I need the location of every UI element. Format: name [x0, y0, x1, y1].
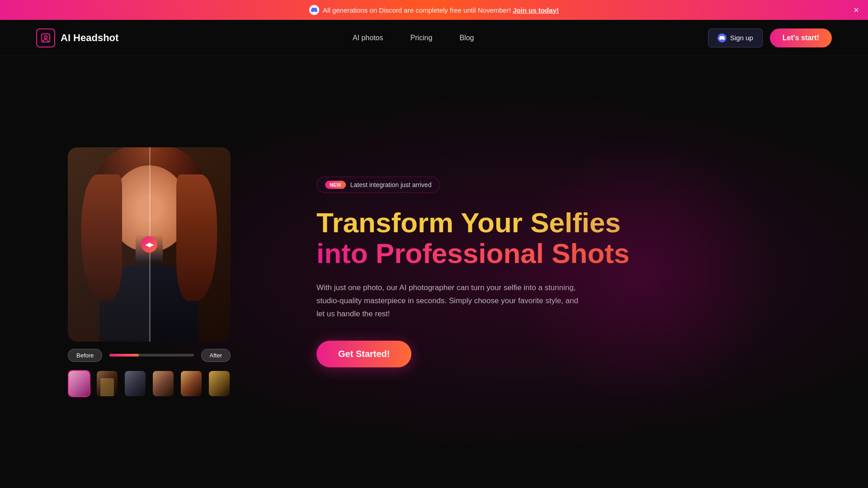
discord-signup-icon	[717, 33, 726, 42]
signup-button[interactable]: Sign up	[708, 28, 763, 47]
slider-track[interactable]	[109, 354, 193, 357]
hero-title-line2: into Professional Shots	[316, 238, 629, 269]
hero-section: NEW Latest integration just arrived Tran…	[280, 56, 868, 488]
nav-links: AI photos Pricing Blog	[353, 34, 474, 42]
image-section: ◀▶ Before After	[0, 56, 280, 488]
logo[interactable]: AI Headshot	[36, 28, 118, 47]
thumbnail-5[interactable]	[180, 370, 203, 397]
new-pill: NEW	[325, 181, 346, 189]
slider-handle[interactable]: ◀▶	[141, 236, 157, 253]
logo-text: AI Headshot	[61, 32, 118, 44]
hero-image-container: ◀▶	[68, 147, 231, 342]
after-button[interactable]: After	[201, 349, 231, 362]
join-link[interactable]: Join us today!	[513, 6, 559, 14]
before-button[interactable]: Before	[68, 349, 102, 362]
new-badge: NEW Latest integration just arrived	[316, 177, 440, 193]
thumbnail-6[interactable]	[208, 370, 231, 397]
badge-text: Latest integration just arrived	[350, 181, 432, 188]
top-banner: All generations on Discord are completel…	[0, 0, 868, 20]
nav-item-blog[interactable]: Blog	[459, 34, 474, 42]
navbar: AI Headshot AI photos Pricing Blog Sign …	[0, 20, 868, 56]
main-content: ◀▶ Before After	[0, 56, 868, 488]
start-button[interactable]: Let's start!	[770, 28, 832, 47]
hero-title-line1: Transform Your Selfies	[316, 207, 621, 238]
nav-item-ai-photos[interactable]: AI photos	[353, 34, 383, 42]
thumbnail-3[interactable]	[124, 370, 146, 397]
signup-label: Sign up	[730, 34, 753, 42]
slider-controls: Before After	[68, 349, 231, 362]
get-started-button[interactable]: Get Started!	[316, 341, 411, 367]
hero-title: Transform Your Selfies into Professional…	[316, 207, 814, 269]
hero-description: With just one photo, our AI photographer…	[316, 282, 588, 321]
thumbnails-row	[68, 370, 231, 397]
close-banner-button[interactable]: ×	[854, 5, 859, 15]
svg-point-1	[44, 36, 47, 38]
nav-actions: Sign up Let's start!	[708, 28, 832, 47]
nav-item-pricing[interactable]: Pricing	[410, 34, 433, 42]
thumbnail-1[interactable]	[68, 370, 90, 397]
banner-message: All generations on Discord are completel…	[323, 6, 511, 14]
logo-icon	[36, 28, 55, 47]
thumbnail-4[interactable]	[152, 370, 175, 397]
slider-fill	[109, 354, 139, 357]
thumbnail-2[interactable]	[96, 370, 118, 397]
discord-icon	[309, 5, 319, 15]
